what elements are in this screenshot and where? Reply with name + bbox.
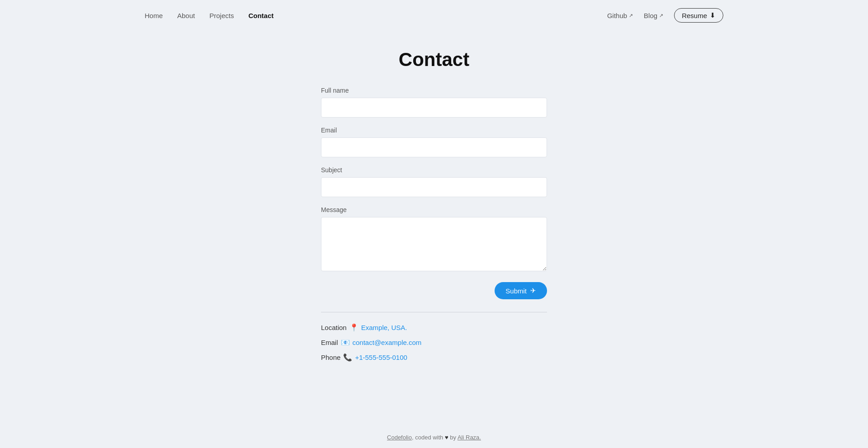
external-link-icon: ↗ (659, 13, 663, 19)
fullname-input[interactable] (321, 98, 547, 118)
nav-left: Home About Projects Contact (145, 12, 274, 19)
email-row: Email 📧 contact@example.com (321, 338, 547, 347)
submit-button[interactable]: Submit ✈ (495, 282, 547, 299)
email-label: Email (321, 127, 547, 134)
phone-label: Phone (321, 354, 340, 361)
email-label-info: Email (321, 339, 338, 346)
nav-projects[interactable]: Projects (209, 12, 234, 19)
heart-icon: ♥ (445, 434, 448, 441)
external-link-icon: ↗ (629, 13, 633, 19)
nav-github[interactable]: Github ↗ (607, 12, 633, 19)
download-icon: ⬇ (710, 11, 716, 19)
subject-label: Subject (321, 166, 547, 174)
footer-by: by (450, 434, 458, 441)
resume-button[interactable]: Resume ⬇ (674, 8, 723, 23)
email-input[interactable] (321, 137, 547, 157)
nav-right: Github ↗ Blog ↗ Resume ⬇ (607, 8, 723, 23)
contact-form-container: Full name Email Subject Message Submit ✈ (321, 87, 547, 299)
message-textarea[interactable] (321, 217, 547, 271)
form-group-subject: Subject (321, 166, 547, 197)
location-row: Location 📍 Example, USA. (321, 323, 547, 332)
main-content: Contact Full name Email Subject Message … (0, 31, 868, 368)
fullname-label: Full name (321, 87, 547, 94)
phone-row: Phone 📞 +1-555-555-0100 (321, 353, 547, 362)
page-title: Contact (399, 49, 469, 71)
send-icon: ✈ (530, 287, 536, 295)
footer-author-link[interactable]: Ali Raza. (458, 434, 481, 441)
submit-row: Submit ✈ (321, 282, 547, 299)
phone-icon: 📞 (343, 353, 352, 362)
email-link[interactable]: contact@example.com (353, 339, 422, 346)
footer: Codefolio, coded with ♥ by Ali Raza. (0, 427, 868, 448)
form-group-email: Email (321, 127, 547, 157)
nav-home[interactable]: Home (145, 12, 163, 19)
footer-brand-link[interactable]: Codefolio (387, 434, 412, 441)
phone-link[interactable]: +1-555-555-0100 (355, 354, 407, 361)
navbar: Home About Projects Contact Github ↗ Blo… (0, 0, 868, 31)
nav-blog[interactable]: Blog ↗ (644, 12, 663, 19)
divider (321, 312, 547, 312)
nav-contact[interactable]: Contact (248, 12, 274, 19)
location-icon: 📍 (349, 323, 359, 332)
form-group-message: Message (321, 206, 547, 273)
message-label: Message (321, 206, 547, 213)
location-label: Location (321, 324, 347, 331)
nav-about[interactable]: About (177, 12, 195, 19)
footer-text: , coded with (412, 434, 443, 441)
form-group-fullname: Full name (321, 87, 547, 118)
email-icon: 📧 (341, 338, 350, 347)
location-value: Example, USA. (361, 324, 407, 331)
contact-info: Location 📍 Example, USA. Email 📧 contact… (321, 323, 547, 368)
subject-input[interactable] (321, 177, 547, 197)
